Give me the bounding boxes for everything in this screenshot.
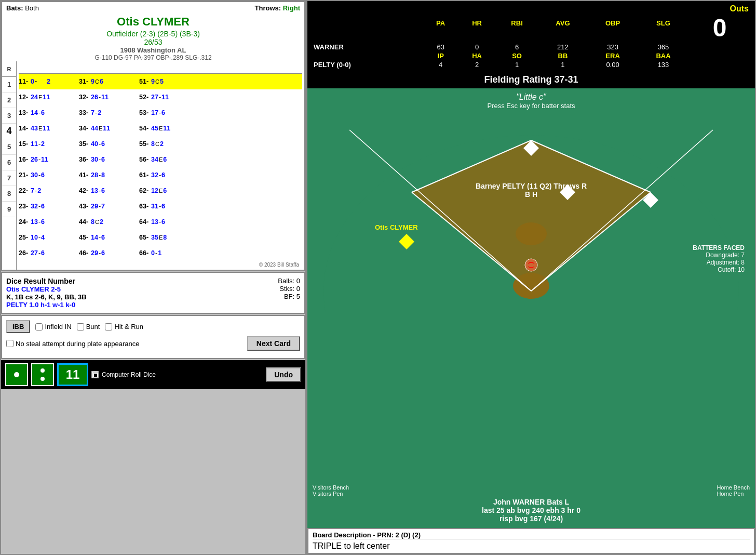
row-num-7: 7 (2, 170, 16, 186)
entry-23: 23- 32 - 6 (19, 203, 76, 210)
batter-slg: 365 (638, 43, 688, 51)
ha-header: HA (458, 51, 495, 60)
press-esc-label: Press Esc key for batter stats (307, 102, 755, 112)
entry-36: 36- 30 - 6 (79, 156, 136, 163)
dice-pitcher: PELTY 1.0 h-1 w-1 k-0 (6, 301, 87, 309)
hit-run-checkbox[interactable] (105, 323, 112, 331)
dice-stats-right: Balls: 0 Stks: 0 BF: 5 (278, 277, 300, 300)
entry-62: 62- 12 E 6 (139, 187, 196, 194)
john-warner-label: John WARNER Bats L last 25 ab bvg 240 eb… (482, 498, 580, 523)
die-2[interactable] (31, 363, 54, 386)
card-row-header (19, 62, 302, 74)
controls-row1: IBB Infield IN Bunt Hit & Run (6, 320, 300, 333)
entry-61: 61- 32 - 6 (139, 171, 196, 179)
obp-header: OBP (587, 3, 638, 43)
pitcher-era: 0.00 (587, 60, 638, 69)
field-svg (308, 114, 754, 312)
card-row-1: 11- 0 - 2 31- 9 C 6 51- 9 C (19, 74, 302, 89)
throws-label: Throws: Right (255, 4, 300, 12)
entry-65: 65- 35 E 8 (139, 234, 196, 241)
pitcher-name: PELTY (0-0) (312, 60, 423, 69)
entry-25: 25- 10 - 4 (19, 234, 76, 241)
computer-roll-checkbox[interactable] (91, 371, 99, 378)
field-container: "Little c" Press Esc key for batter stat… (307, 88, 755, 528)
entry-52: 52- 27 - 11 (139, 94, 196, 101)
die-2-dots (40, 368, 45, 381)
card-row-10: 24- 13 - 6 44- 8 C 2 64- 13 - (19, 214, 302, 230)
hit-run-label[interactable]: Hit & Run (105, 323, 143, 331)
era-header: ERA (587, 51, 638, 60)
board-desc-title: Board Description - PRN: 2 (D) (2) (313, 531, 750, 539)
home-bench-label: Home Bench Home Pen (717, 484, 750, 497)
player-name: Otis CLYMER (2, 14, 304, 30)
card-row-11: 25- 10 - 4 45- 14 - 6 65- 35 E (19, 230, 302, 245)
pitcher-ip: 4 (423, 60, 458, 69)
no-steal-label[interactable]: No steal attempt during plate appearance (6, 340, 140, 348)
entry-54: 54- 45 E 11 (139, 125, 196, 132)
dice-result-main: Dice Result Number Otis CLYMER 2-5 K, 1B… (6, 277, 300, 309)
outs-value: 0 (691, 14, 749, 42)
dice-title: Dice Result Number (6, 277, 87, 285)
batters-faced-label: BATTERS FACED Downgrade: 7 Adjustment: 8… (693, 244, 745, 273)
entry-34: 34- 44 E 11 (79, 125, 136, 132)
entry-63: 63- 31 - 6 (139, 203, 196, 210)
row-num-2: 2 (2, 92, 16, 108)
entry-15: 15- 11 - 2 (19, 140, 76, 148)
visitors-bench-label: Visitors Bench Visitors Pen (313, 484, 349, 497)
card-row-2: 12- 24 E 11 32- 26 - 11 52- 27 (19, 89, 302, 105)
card-row-12: 26- 27 - 6 46- 29 - 6 66- 0 - (19, 245, 302, 261)
player-card: Bats: Both Throws: Right Otis CLYMER Out… (1, 1, 305, 271)
entry-56: 56- 34 E 6 (139, 156, 196, 163)
row-numbers: R 1 2 3 4 5 6 7 8 9 (2, 61, 17, 270)
stats-table: PA HR RBI AVG OBP SLG Outs 0 WARNER 63 0 (312, 3, 751, 69)
entry-45: 45- 14 - 6 (79, 234, 136, 241)
die-1[interactable] (5, 363, 28, 386)
svg-point-3 (516, 222, 547, 245)
bats-label: Bats: Both (6, 4, 39, 12)
infield-in-label[interactable]: Infield IN (35, 323, 71, 331)
entry-51: 51- 9 C 5 (139, 78, 196, 85)
player-stats-line: G-110 DG-97 PA-397 OBP-.289 SLG-.312 (2, 54, 304, 61)
fielding-header: Fielding Rating 37-31 (307, 71, 755, 88)
card-header: Bats: Both Throws: Right (2, 2, 304, 14)
next-card-button[interactable]: Next Card (247, 336, 300, 351)
batter-avg: 212 (538, 43, 587, 51)
row-num-9: 9 (2, 202, 16, 217)
stks-value: Stks: 0 (279, 285, 300, 293)
copyright: © 2023 Bill Staffa (19, 261, 302, 269)
card-row-7: 21- 30 - 6 41- 28 - 8 61- 32 - (19, 167, 302, 183)
pitcher-bb: 1 (538, 60, 587, 69)
row-num-8: 8 (2, 186, 16, 202)
undo-button[interactable]: Undo (266, 367, 301, 382)
dice-result-area: Dice Result Number Otis CLYMER 2-5 K, 1B… (1, 272, 305, 314)
left-panel: Bats: Both Throws: Right Otis CLYMER Out… (0, 0, 306, 555)
batter-obp: 323 (587, 43, 638, 51)
card-row-4: 14- 43 E 11 34- 44 E 11 54- 45 (19, 121, 302, 136)
dice-sequence: K, 1B cs 2-6, K, 9, BB, 3B (6, 293, 87, 301)
entry-42: 42- 13 - 6 (79, 187, 136, 194)
row-num-1: 1 (2, 77, 16, 92)
ibb-button[interactable]: IBB (6, 320, 30, 333)
entry-26: 26- 27 - 6 (19, 249, 76, 257)
bunt-label[interactable]: Bunt (77, 323, 100, 331)
board-desc-area: Board Description - PRN: 2 (D) (2) TRIPL… (307, 528, 755, 554)
die-dot-1 (14, 372, 19, 377)
bunt-checkbox[interactable] (77, 323, 84, 331)
controls-row2: No steal attempt during plate appearance… (6, 336, 300, 351)
bb-header: BB (538, 51, 587, 60)
player-team: 1908 Washington AL (2, 46, 304, 54)
no-steal-checkbox[interactable] (6, 340, 14, 347)
dice-result-left: Dice Result Number Otis CLYMER 2-5 K, 1B… (6, 277, 87, 309)
entry-22: 22- 7 - 2 (19, 187, 76, 194)
card-row-8: 22- 7 - 2 42- 13 - 6 62- 12 E (19, 183, 302, 199)
computer-roll-label[interactable]: Computer Roll Dice (91, 371, 156, 378)
stat-empty-header (312, 3, 423, 43)
so-header: SO (496, 51, 538, 60)
controls-area: IBB Infield IN Bunt Hit & Run No steal a… (1, 315, 305, 359)
entry-66: 66- 0 - 1 (139, 249, 196, 257)
card-row-5: 15- 11 - 2 35- 40 - 6 55- 8 C (19, 136, 302, 152)
dice-number: 11 (57, 363, 88, 386)
infield-in-checkbox[interactable] (35, 323, 43, 331)
rbi-header: RBI (496, 3, 538, 43)
row-num-6: 6 (2, 155, 16, 170)
